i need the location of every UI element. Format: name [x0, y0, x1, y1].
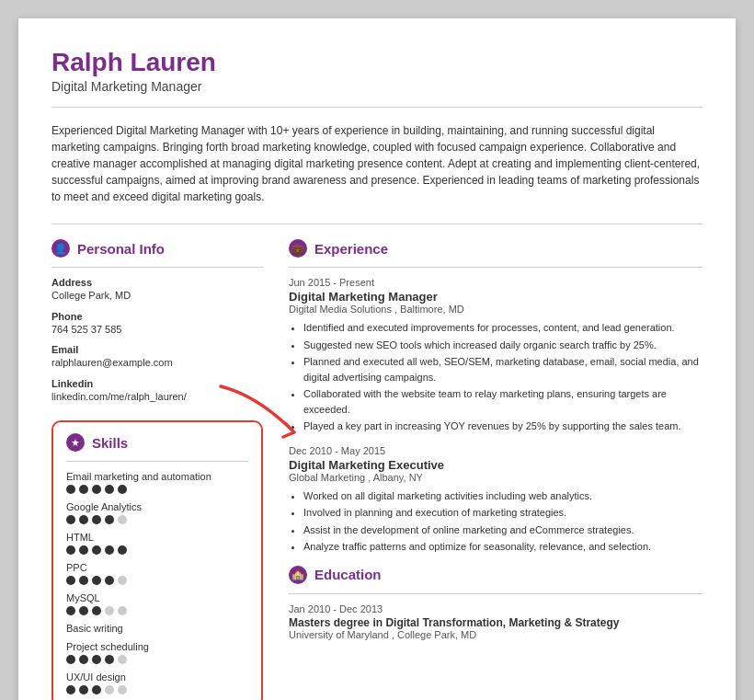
personal-info-title: Personal Info [77, 241, 165, 257]
experience-list: Jun 2015 - PresentDigital Marketing Mana… [289, 277, 703, 555]
skill-dot [79, 685, 88, 694]
education-title: Education [314, 567, 382, 582]
email-value: ralphlauren@example.com [51, 355, 263, 371]
experience-bullet: Planned and executed all web, SEO/SEM, m… [303, 354, 703, 384]
experience-block: Jun 2015 - PresentDigital Marketing Mana… [289, 277, 703, 434]
experience-job-title: Digital Marketing Executive [289, 458, 703, 472]
skill-dot [66, 545, 75, 555]
skill-dot [92, 685, 101, 694]
skill-dot [66, 515, 75, 524]
experience-title: Experience [314, 241, 388, 257]
skill-dots [66, 485, 248, 494]
address-label: Address [51, 277, 263, 288]
experience-bullet: Identified and executed improvements for… [303, 320, 703, 336]
skills-list: Email marketing and automationGoogle Ana… [66, 471, 248, 694]
candidate-job-title: Digital Marketing Manager [51, 79, 703, 94]
education-list: Jan 2010 - Dec 2013Masters degree in Dig… [289, 603, 703, 640]
skill-dot [79, 655, 88, 664]
experience-date: Jun 2015 - Present [289, 277, 703, 288]
experience-bullet: Analyze traffic patterns and optimize fo… [303, 539, 703, 555]
two-column-layout: 👤 Personal Info Address College Park, MD… [51, 239, 703, 700]
skill-dot [92, 576, 101, 585]
skill-dots [66, 606, 248, 615]
skill-dot [79, 515, 88, 524]
experience-icon: 💼 [289, 239, 307, 258]
skill-name: PPC [66, 562, 248, 573]
skill-name: UX/UI design [66, 671, 248, 683]
skills-section: ★ Skills Email marketing and automationG… [51, 420, 263, 700]
skill-dot [92, 606, 101, 615]
skill-name: HTML [66, 532, 248, 543]
skill-dot [66, 606, 75, 615]
personal-info-icon: 👤 [51, 239, 70, 258]
skill-dot [118, 606, 127, 615]
skill-dot [105, 606, 114, 615]
personal-info-header: 👤 Personal Info [51, 239, 263, 258]
skill-dots [66, 515, 248, 524]
skill-dot [92, 545, 101, 555]
skill-dot [92, 485, 101, 494]
education-icon: 🏫 [289, 566, 307, 584]
experience-bullets: Identified and executed improvements for… [289, 320, 703, 434]
experience-bullet: Suggested new SEO tools which increased … [303, 338, 703, 353]
skill-dot [105, 485, 114, 494]
education-degree: Masters degree in Digital Transformation… [289, 616, 703, 629]
experience-bullet: Worked on all digital marketing activiti… [303, 488, 703, 504]
experience-job-title: Digital Marketing Manager [289, 290, 703, 304]
education-school: University of Maryland , College Park, M… [289, 629, 703, 640]
skills-icon: ★ [66, 433, 85, 452]
skill-dot [79, 545, 88, 555]
skill-dot [105, 655, 114, 664]
skill-name: Google Analytics [66, 501, 248, 512]
skill-dot [105, 545, 114, 555]
skill-dot [105, 685, 114, 694]
education-date: Jan 2010 - Dec 2013 [289, 603, 703, 614]
skill-name: Basic writing [66, 623, 248, 634]
phone-label: Phone [51, 311, 263, 322]
linkedin-value: linkedin.com/me/ralph_lauren/ [51, 389, 263, 405]
skill-dot [92, 655, 101, 664]
skill-dot [92, 515, 101, 524]
left-column: 👤 Personal Info Address College Park, MD… [51, 239, 263, 700]
skill-dot [118, 485, 127, 494]
skill-dot [105, 576, 114, 585]
experience-header: 💼 Experience [289, 239, 703, 258]
skill-dot [118, 576, 127, 585]
experience-date: Dec 2010 - May 2015 [289, 445, 703, 456]
summary-text: Experienced Digital Marketing Manager wi… [51, 122, 703, 205]
skill-name: Project scheduling [66, 641, 248, 652]
skill-name: Email marketing and automation [66, 471, 248, 482]
skill-dot [118, 655, 127, 664]
skill-dot [79, 606, 88, 615]
skills-header: ★ Skills [66, 433, 248, 452]
candidate-name: Ralph Lauren [51, 48, 703, 77]
skill-dot [66, 485, 75, 494]
skill-dot [66, 685, 75, 694]
experience-company: Digital Media Solutions , Baltimore, MD [289, 304, 703, 315]
experience-bullets: Worked on all digital marketing activiti… [289, 488, 703, 555]
experience-bullet: Played a key part in increasing YOY reve… [303, 419, 703, 434]
skill-dots [66, 545, 248, 555]
experience-bullet: Collaborated with the website team to re… [303, 386, 703, 417]
phone-value: 764 525 37 585 [51, 322, 263, 338]
education-header: 🏫 Education [289, 566, 703, 584]
skill-dots [66, 685, 248, 694]
experience-block: Dec 2010 - May 2015Digital Marketing Exe… [289, 445, 703, 555]
address-value: College Park, MD [51, 288, 263, 304]
skill-dot [79, 485, 88, 494]
skill-dot [66, 655, 75, 664]
skill-dot [79, 576, 88, 585]
skill-dot [118, 515, 127, 524]
skill-dot [105, 515, 114, 524]
skill-dots [66, 576, 248, 585]
skill-dot [118, 685, 127, 694]
experience-bullet: Involved in planning and execution of ma… [303, 505, 703, 521]
right-column: 💼 Experience Jun 2015 - PresentDigital M… [289, 239, 703, 700]
skill-name: MySQL [66, 592, 248, 603]
resume-page: Ralph Lauren Digital Marketing Manager E… [18, 18, 736, 700]
linkedin-label: Linkedin [51, 378, 263, 389]
skill-dot [118, 545, 127, 555]
experience-bullet: Assist in the development of online mark… [303, 522, 703, 538]
skill-dots [66, 655, 248, 664]
skills-title: Skills [92, 435, 128, 451]
